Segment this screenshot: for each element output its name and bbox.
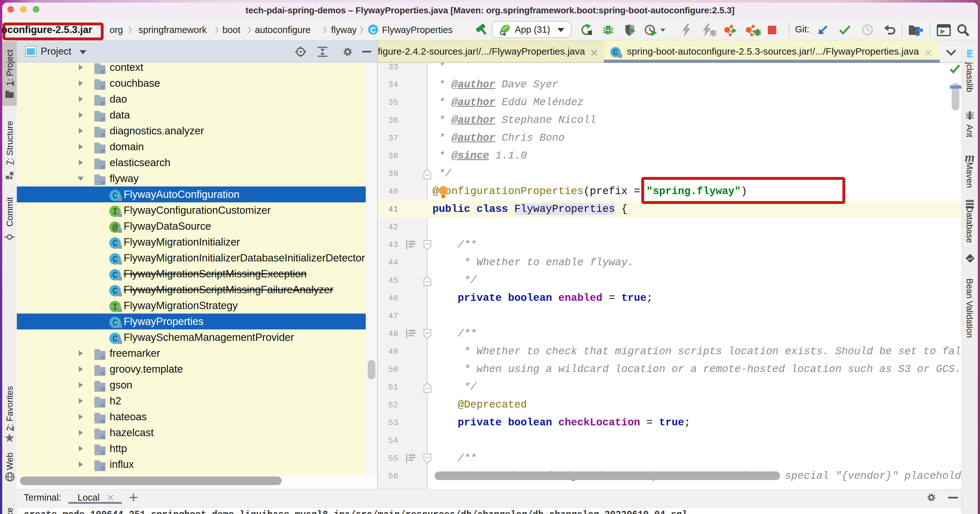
svg-text:C: C bbox=[113, 255, 118, 264]
svg-text:C: C bbox=[113, 191, 118, 201]
svg-text:C: C bbox=[613, 48, 618, 57]
svg-text:C: C bbox=[113, 334, 118, 344]
svg-text:C: C bbox=[113, 318, 118, 328]
svg-text:I: I bbox=[113, 207, 118, 216]
svg-text:C: C bbox=[113, 239, 118, 248]
svg-text:C: C bbox=[370, 26, 375, 34]
svg-text:C: C bbox=[113, 271, 118, 280]
svg-text:C: C bbox=[113, 286, 118, 296]
svg-text:@: @ bbox=[113, 223, 118, 232]
svg-text:I: I bbox=[113, 302, 118, 312]
